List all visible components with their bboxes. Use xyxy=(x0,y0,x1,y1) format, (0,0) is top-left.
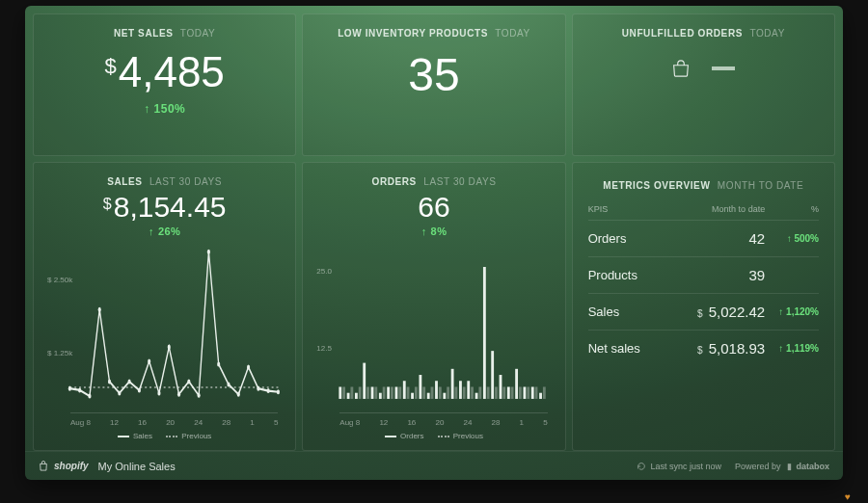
title-text: METRICS OVERVIEW xyxy=(603,180,710,191)
x-tick: 12 xyxy=(379,418,388,427)
table-row: Products 39 xyxy=(588,256,819,293)
col-mtd: Month to date xyxy=(668,204,765,214)
legend-b: Previous xyxy=(181,432,211,440)
arrow-up-icon: ↑ xyxy=(149,225,154,237)
svg-point-16 xyxy=(227,382,230,386)
svg-rect-29 xyxy=(366,386,369,398)
svg-rect-22 xyxy=(339,386,342,398)
svg-rect-34 xyxy=(388,386,391,398)
svg-rect-58 xyxy=(483,267,486,399)
orders-30d-value: 66 xyxy=(418,191,449,224)
svg-rect-61 xyxy=(495,386,498,398)
svg-rect-51 xyxy=(455,386,458,398)
svg-rect-53 xyxy=(463,386,466,398)
svg-point-14 xyxy=(207,250,210,254)
svg-rect-57 xyxy=(479,386,482,398)
svg-rect-72 xyxy=(539,393,542,399)
line-chart-svg xyxy=(47,243,282,427)
orders-bar-chart: 25.0 12.5 Aug 8121620242815 xyxy=(316,243,551,427)
svg-point-18 xyxy=(247,364,250,369)
legend-a: Orders xyxy=(400,432,423,440)
brand: shopify xyxy=(39,461,89,471)
svg-rect-47 xyxy=(439,386,442,398)
refresh-icon xyxy=(637,462,646,471)
x-tick: 1 xyxy=(520,418,524,427)
svg-rect-38 xyxy=(403,381,406,399)
svg-rect-45 xyxy=(431,386,434,398)
svg-rect-68 xyxy=(524,386,527,398)
title-period: TODAY xyxy=(495,28,530,39)
title-text: UNFULFILLED ORDERS xyxy=(622,28,743,39)
svg-rect-65 xyxy=(511,386,514,398)
kpi-value: 42 xyxy=(668,230,765,247)
svg-point-1 xyxy=(78,387,81,392)
x-tick: 5 xyxy=(543,418,547,427)
x-tick: 16 xyxy=(138,418,147,427)
tile-metrics-overview[interactable]: METRICS OVERVIEW MONTH TO DATE KPIS Mont… xyxy=(572,162,835,451)
x-tick: 16 xyxy=(407,418,416,427)
tile-title: SALES LAST 30 DAYS xyxy=(107,176,222,187)
svg-rect-27 xyxy=(359,386,362,398)
svg-rect-35 xyxy=(391,386,393,398)
svg-rect-69 xyxy=(528,386,530,398)
x-tick: Aug 8 xyxy=(339,418,360,427)
tile-title: NET SALES TODAY xyxy=(114,28,215,39)
heart-icon: ♥ xyxy=(845,491,851,502)
value: 8,154.45 xyxy=(114,191,227,223)
svg-point-11 xyxy=(177,392,180,397)
sync-status[interactable]: Last sync just now xyxy=(637,462,721,471)
svg-point-15 xyxy=(217,361,220,366)
svg-point-20 xyxy=(267,388,270,393)
arrow-up-icon: ↑ xyxy=(144,102,149,116)
x-axis xyxy=(339,412,547,413)
tile-net-sales[interactable]: NET SALES TODAY $4,485 ↑150% xyxy=(33,13,296,156)
table-row: Net sales $ 5,018.93 ↑ 1,119% xyxy=(588,330,819,366)
title-text: ORDERS xyxy=(372,176,417,187)
table-row: Orders 42 ↑ 500% xyxy=(588,220,819,256)
net-sales-value: $4,485 xyxy=(104,48,224,96)
kpi-label: Sales xyxy=(588,304,669,319)
svg-point-10 xyxy=(168,345,171,350)
tile-orders-30d[interactable]: ORDERS LAST 30 DAYS 66 ↑8% 25.0 12.5 Aug… xyxy=(302,162,565,451)
svg-rect-66 xyxy=(516,369,519,399)
svg-point-13 xyxy=(198,393,201,398)
powered-by: Powered by ▮ databox xyxy=(735,462,829,471)
col-pct: % xyxy=(765,204,819,214)
svg-point-21 xyxy=(277,389,280,394)
svg-point-3 xyxy=(98,307,101,312)
brand-name: shopify xyxy=(54,461,89,471)
svg-point-4 xyxy=(108,379,111,384)
tile-sales-30d[interactable]: SALES LAST 30 DAYS $8,154.45 ↑26% $ 2.50… xyxy=(33,162,296,451)
legend-a: Sales xyxy=(133,432,152,440)
svg-rect-60 xyxy=(492,351,495,399)
svg-rect-42 xyxy=(420,375,422,399)
delta-value: 26% xyxy=(158,225,180,237)
title-period: TODAY xyxy=(749,28,785,39)
svg-point-19 xyxy=(257,386,259,391)
svg-point-8 xyxy=(148,358,150,363)
low-inventory-value: 35 xyxy=(408,48,459,101)
tile-title: UNFULFILLED ORDERS TODAY xyxy=(622,28,785,39)
kpi-label: Orders xyxy=(588,231,669,246)
x-tick: 12 xyxy=(110,418,119,427)
x-tick: 24 xyxy=(194,418,203,427)
x-tick: 24 xyxy=(464,418,473,427)
svg-rect-24 xyxy=(347,393,350,399)
svg-point-17 xyxy=(237,392,240,397)
tile-unfulfilled-orders[interactable]: UNFULFILLED ORDERS TODAY xyxy=(572,13,835,156)
shopping-bag-icon xyxy=(671,60,691,77)
delta-value: 150% xyxy=(154,102,186,116)
x-tick: 5 xyxy=(274,418,278,427)
tile-title: LOW INVENTORY PRODUCTS TODAY xyxy=(338,28,530,39)
tile-low-inventory[interactable]: LOW INVENTORY PRODUCTS TODAY 35 xyxy=(302,13,565,156)
svg-rect-36 xyxy=(395,386,398,398)
svg-rect-30 xyxy=(371,386,374,398)
col-kpis: KPIS xyxy=(588,204,669,214)
x-tick: 28 xyxy=(222,418,231,427)
chart-legend: Orders Previous xyxy=(379,431,489,441)
value: 4,485 xyxy=(119,48,225,95)
x-tick: 28 xyxy=(492,418,501,427)
sync-text: Last sync just now xyxy=(650,462,721,471)
svg-rect-64 xyxy=(507,386,510,398)
svg-rect-32 xyxy=(379,393,382,399)
